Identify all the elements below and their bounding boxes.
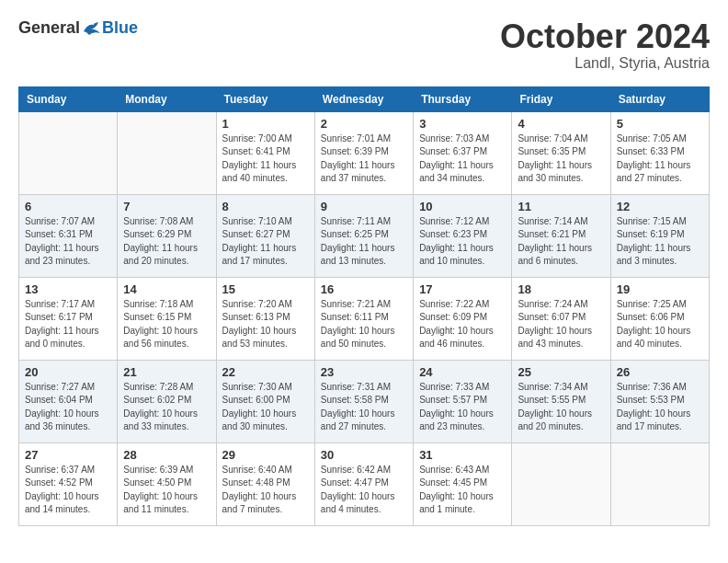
column-header-tuesday: Tuesday <box>216 86 314 111</box>
day-info: Sunrise: 7:07 AM Sunset: 6:31 PM Dayligh… <box>25 215 111 269</box>
calendar-table: SundayMondayTuesdayWednesdayThursdayFrid… <box>18 86 710 526</box>
calendar-cell: 10Sunrise: 7:12 AM Sunset: 6:23 PM Dayli… <box>414 194 512 277</box>
calendar-cell: 24Sunrise: 7:33 AM Sunset: 5:57 PM Dayli… <box>414 360 512 442</box>
day-number: 12 <box>617 200 703 213</box>
column-header-sunday: Sunday <box>19 86 118 111</box>
calendar-cell: 8Sunrise: 7:10 AM Sunset: 6:27 PM Daylig… <box>216 194 314 277</box>
calendar-cell: 11Sunrise: 7:14 AM Sunset: 6:21 PM Dayli… <box>512 194 610 277</box>
page-header: General Blue October 2024 Landl, Styria,… <box>18 18 710 72</box>
calendar-cell: 25Sunrise: 7:34 AM Sunset: 5:55 PM Dayli… <box>512 360 610 442</box>
day-number: 25 <box>518 365 604 379</box>
day-info: Sunrise: 7:12 AM Sunset: 6:23 PM Dayligh… <box>419 215 506 269</box>
day-info: Sunrise: 6:40 AM Sunset: 4:48 PM Dayligh… <box>222 464 309 517</box>
calendar-cell: 6Sunrise: 7:07 AM Sunset: 6:31 PM Daylig… <box>19 194 118 277</box>
day-info: Sunrise: 7:14 AM Sunset: 6:21 PM Dayligh… <box>518 215 604 269</box>
calendar-cell: 30Sunrise: 6:42 AM Sunset: 4:47 PM Dayli… <box>314 442 413 525</box>
day-number: 21 <box>123 365 210 379</box>
day-info: Sunrise: 7:04 AM Sunset: 6:35 PM Dayligh… <box>518 132 604 186</box>
day-number: 26 <box>617 365 703 379</box>
day-number: 30 <box>321 448 407 462</box>
calendar-cell: 28Sunrise: 6:39 AM Sunset: 4:50 PM Dayli… <box>118 442 216 525</box>
day-info: Sunrise: 7:01 AM Sunset: 6:39 PM Dayligh… <box>321 132 407 186</box>
day-info: Sunrise: 7:05 AM Sunset: 6:33 PM Dayligh… <box>617 132 703 186</box>
day-number: 18 <box>518 282 604 296</box>
day-info: Sunrise: 7:31 AM Sunset: 5:58 PM Dayligh… <box>321 381 407 434</box>
column-header-friday: Friday <box>512 86 610 111</box>
calendar-cell: 19Sunrise: 7:25 AM Sunset: 6:06 PM Dayli… <box>610 277 709 360</box>
logo-blue-text: Blue <box>102 18 138 38</box>
calendar-cell: 4Sunrise: 7:04 AM Sunset: 6:35 PM Daylig… <box>512 111 610 194</box>
calendar-cell: 21Sunrise: 7:28 AM Sunset: 6:02 PM Dayli… <box>118 360 216 442</box>
logo: General Blue <box>18 18 138 38</box>
calendar-cell: 12Sunrise: 7:15 AM Sunset: 6:19 PM Dayli… <box>610 194 709 277</box>
day-info: Sunrise: 7:33 AM Sunset: 5:57 PM Dayligh… <box>419 381 506 434</box>
day-info: Sunrise: 7:15 AM Sunset: 6:19 PM Dayligh… <box>617 215 703 269</box>
calendar-cell: 14Sunrise: 7:18 AM Sunset: 6:15 PM Dayli… <box>118 277 216 360</box>
calendar-cell: 15Sunrise: 7:20 AM Sunset: 6:13 PM Dayli… <box>216 277 314 360</box>
day-number: 29 <box>222 448 309 462</box>
day-info: Sunrise: 7:34 AM Sunset: 5:55 PM Dayligh… <box>518 381 604 434</box>
calendar-cell: 29Sunrise: 6:40 AM Sunset: 4:48 PM Dayli… <box>216 442 314 525</box>
calendar-cell: 20Sunrise: 7:27 AM Sunset: 6:04 PM Dayli… <box>19 360 118 442</box>
day-number: 10 <box>419 200 506 213</box>
calendar-week-row: 1Sunrise: 7:00 AM Sunset: 6:41 PM Daylig… <box>19 111 710 194</box>
day-number: 28 <box>123 448 210 462</box>
calendar-cell: 7Sunrise: 7:08 AM Sunset: 6:29 PM Daylig… <box>118 194 216 277</box>
calendar-cell: 31Sunrise: 6:43 AM Sunset: 4:45 PM Dayli… <box>414 442 512 525</box>
logo-general-text: General <box>18 18 80 38</box>
day-info: Sunrise: 7:30 AM Sunset: 6:00 PM Dayligh… <box>222 381 309 434</box>
calendar-cell: 18Sunrise: 7:24 AM Sunset: 6:07 PM Dayli… <box>512 277 610 360</box>
calendar-week-row: 13Sunrise: 7:17 AM Sunset: 6:17 PM Dayli… <box>19 277 710 360</box>
day-number: 15 <box>222 282 309 296</box>
day-number: 11 <box>518 200 604 213</box>
day-info: Sunrise: 7:03 AM Sunset: 6:37 PM Dayligh… <box>419 132 506 186</box>
calendar-cell: 17Sunrise: 7:22 AM Sunset: 6:09 PM Dayli… <box>414 277 512 360</box>
calendar-cell <box>19 111 118 194</box>
day-number: 4 <box>518 117 604 131</box>
calendar-cell: 5Sunrise: 7:05 AM Sunset: 6:33 PM Daylig… <box>610 111 709 194</box>
day-info: Sunrise: 7:28 AM Sunset: 6:02 PM Dayligh… <box>123 381 210 434</box>
calendar-week-row: 6Sunrise: 7:07 AM Sunset: 6:31 PM Daylig… <box>19 194 710 277</box>
day-info: Sunrise: 7:21 AM Sunset: 6:11 PM Dayligh… <box>321 298 407 351</box>
calendar-cell: 16Sunrise: 7:21 AM Sunset: 6:11 PM Dayli… <box>314 277 413 360</box>
day-info: Sunrise: 7:24 AM Sunset: 6:07 PM Dayligh… <box>518 298 604 351</box>
day-number: 8 <box>222 200 309 213</box>
day-number: 3 <box>419 117 506 131</box>
day-info: Sunrise: 7:18 AM Sunset: 6:15 PM Dayligh… <box>123 298 210 351</box>
day-info: Sunrise: 7:22 AM Sunset: 6:09 PM Dayligh… <box>419 298 506 351</box>
calendar-cell: 23Sunrise: 7:31 AM Sunset: 5:58 PM Dayli… <box>314 360 413 442</box>
calendar-cell: 9Sunrise: 7:11 AM Sunset: 6:25 PM Daylig… <box>314 194 413 277</box>
calendar-cell: 27Sunrise: 6:37 AM Sunset: 4:52 PM Dayli… <box>19 442 118 525</box>
day-info: Sunrise: 6:42 AM Sunset: 4:47 PM Dayligh… <box>321 464 407 517</box>
day-number: 9 <box>321 200 407 213</box>
day-number: 5 <box>617 117 703 131</box>
day-info: Sunrise: 6:37 AM Sunset: 4:52 PM Dayligh… <box>25 464 111 517</box>
calendar-cell: 3Sunrise: 7:03 AM Sunset: 6:37 PM Daylig… <box>414 111 512 194</box>
day-number: 1 <box>222 117 309 131</box>
column-header-saturday: Saturday <box>610 86 709 111</box>
day-info: Sunrise: 7:08 AM Sunset: 6:29 PM Dayligh… <box>123 215 210 269</box>
day-info: Sunrise: 7:27 AM Sunset: 6:04 PM Dayligh… <box>25 381 111 434</box>
calendar-cell: 22Sunrise: 7:30 AM Sunset: 6:00 PM Dayli… <box>216 360 314 442</box>
calendar-cell: 13Sunrise: 7:17 AM Sunset: 6:17 PM Dayli… <box>19 277 118 360</box>
day-info: Sunrise: 7:11 AM Sunset: 6:25 PM Dayligh… <box>321 215 407 269</box>
day-info: Sunrise: 7:36 AM Sunset: 5:53 PM Dayligh… <box>617 381 703 434</box>
day-number: 17 <box>419 282 506 296</box>
day-number: 22 <box>222 365 309 379</box>
day-number: 20 <box>25 365 111 379</box>
day-number: 14 <box>123 282 210 296</box>
day-number: 23 <box>321 365 407 379</box>
day-info: Sunrise: 6:39 AM Sunset: 4:50 PM Dayligh… <box>123 464 210 517</box>
day-number: 31 <box>419 448 506 462</box>
calendar-cell <box>610 442 709 525</box>
day-info: Sunrise: 6:43 AM Sunset: 4:45 PM Dayligh… <box>419 464 506 517</box>
day-info: Sunrise: 7:10 AM Sunset: 6:27 PM Dayligh… <box>222 215 309 269</box>
calendar-cell <box>118 111 216 194</box>
logo-bird-icon <box>82 20 102 37</box>
day-number: 16 <box>321 282 407 296</box>
day-number: 13 <box>25 282 111 296</box>
day-info: Sunrise: 7:25 AM Sunset: 6:06 PM Dayligh… <box>617 298 703 351</box>
calendar-cell <box>512 442 610 525</box>
column-header-wednesday: Wednesday <box>314 86 413 111</box>
column-header-monday: Monday <box>118 86 216 111</box>
